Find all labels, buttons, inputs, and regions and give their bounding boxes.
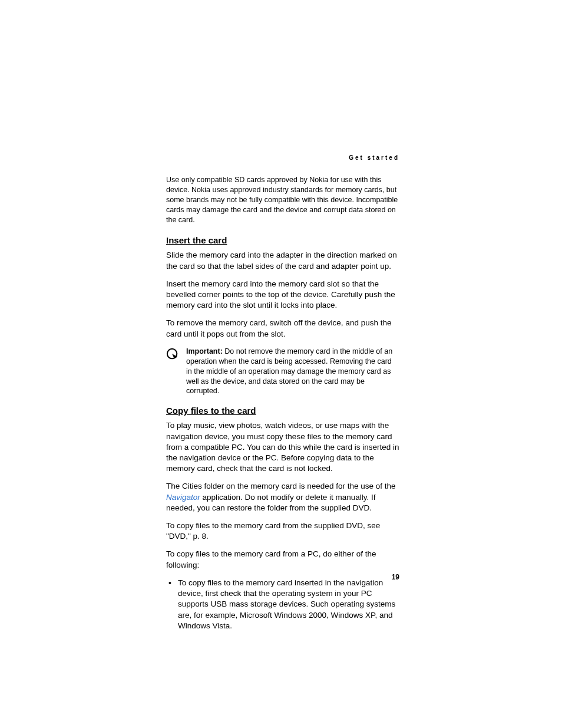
paragraph: To copy files to the memory card from th… bbox=[166, 521, 399, 542]
paragraph-with-link: The Cities folder on the memory card is … bbox=[166, 481, 399, 513]
running-header: Get started bbox=[166, 154, 399, 161]
heading-copy-files: Copy files to the card bbox=[166, 406, 399, 416]
important-note-text: Important: Do not remove the memory card… bbox=[186, 347, 399, 396]
paragraph: Slide the memory card into the adapter i… bbox=[166, 250, 399, 271]
paragraph: To play music, view photos, watch videos… bbox=[166, 420, 399, 474]
heading-insert-card: Insert the card bbox=[166, 235, 399, 245]
paragraph: Insert the memory card into the memory c… bbox=[166, 279, 399, 311]
list-item: To copy files to the memory card inserte… bbox=[166, 578, 399, 631]
important-icon bbox=[166, 348, 179, 361]
paragraph: To copy files to the memory card from a … bbox=[166, 549, 399, 570]
navigator-link[interactable]: Navigator bbox=[166, 493, 200, 502]
bullet-list: To copy files to the memory card inserte… bbox=[166, 578, 399, 631]
document-page: Get started Use only compatible SD cards… bbox=[166, 154, 399, 637]
paragraph: To remove the memory card, switch off th… bbox=[166, 318, 399, 339]
important-label: Important: bbox=[186, 347, 223, 355]
page-number: 19 bbox=[392, 573, 399, 581]
text-run: The Cities folder on the memory card is … bbox=[166, 482, 395, 490]
intro-paragraph: Use only compatible SD cards approved by… bbox=[166, 175, 399, 225]
important-note: Important: Do not remove the memory card… bbox=[166, 347, 399, 396]
